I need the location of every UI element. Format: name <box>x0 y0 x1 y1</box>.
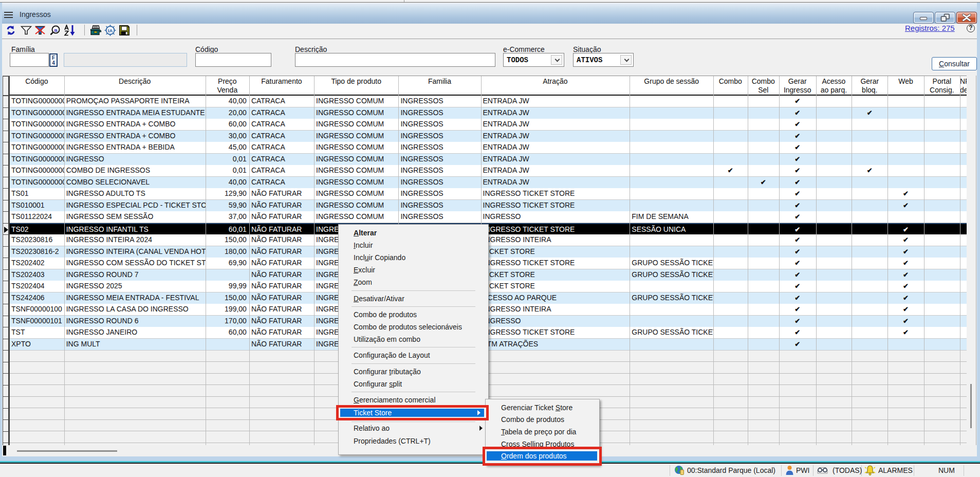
svg-text:IA: IA <box>108 28 113 33</box>
svg-text:n: n <box>54 27 57 33</box>
